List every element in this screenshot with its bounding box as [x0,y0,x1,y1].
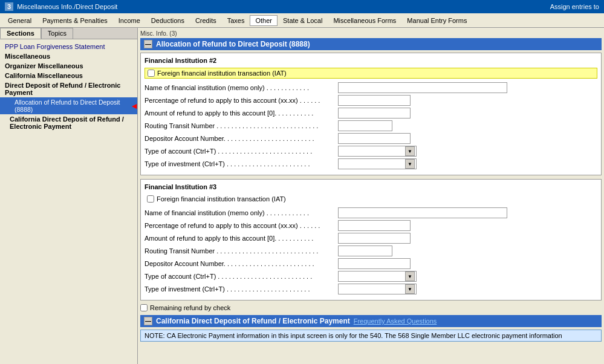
field-row-routing-2: Routing Transit Number . . . . . . . . .… [145,120,597,131]
bottom-collapse-button[interactable]: — [144,317,152,325]
field-row-accttype-3: Type of account (Ctrl+T) . . . . . . . .… [145,271,597,282]
field-row-pct-3: Percentage of refund to apply to this ac… [145,220,597,231]
menu-other[interactable]: Other [250,15,278,26]
note-bar: NOTE: CA Electronic Payment information … [140,330,602,342]
institution-2-header: Financial Institution #2 [145,57,597,64]
collapse-button[interactable]: — [144,40,152,48]
field-label-accttype-3: Type of account (Ctrl+T) . . . . . . . .… [145,273,338,280]
tab-sections[interactable]: Sections [0,28,41,39]
field-input-amt-2[interactable] [338,108,411,119]
remaining-row: Remaining refund by check [140,304,602,311]
select-invtype-2[interactable]: ▼ [338,158,417,169]
iat-checkbox-2[interactable] [148,70,155,77]
field-row-name-3: Name of financial institution (memo only… [145,207,597,218]
field-label-invtype-3: Type of investment (Ctrl+T) . . . . . . … [145,285,338,293]
sidebar: Sections Topics PPP Loan Forgiveness Sta… [0,28,138,364]
sidebar-item-ca-misc[interactable]: California Miscellaneous [0,71,137,80]
main-section-header: — Allocation of Refund to Direct Deposit… [140,38,602,50]
iat-checkbox-3[interactable] [147,195,154,203]
field-label-invtype-2: Type of investment (Ctrl+T) . . . . . . … [145,160,338,167]
field-label-acct-2: Depositor Account Number. . . . . . . . … [145,135,338,142]
institution-2-section: Financial Institution #2 Foreign financi… [140,53,602,175]
field-label-name-2: Name of financial institution (memo only… [145,84,338,91]
note-text: NOTE: CA Electronic Payment information … [145,332,562,339]
sidebar-tabs: Sections Topics [0,28,137,39]
dropdown-arrow-accttype-3[interactable]: ▼ [405,271,415,281]
dropdown-arrow-invtype-2[interactable]: ▼ [405,159,415,169]
field-label-name-3: Name of financial institution (memo only… [145,209,338,216]
menu-taxes[interactable]: Taxes [222,15,250,26]
field-label-acct-3: Depositor Account Number. . . . . . . . … [145,260,338,267]
sidebar-item-ca-direct[interactable]: California Direct Deposit of Refund / El… [0,114,137,131]
menu-misc-forms[interactable]: Miscellaneous Forms [328,15,401,26]
field-input-pct-2[interactable] [338,95,411,106]
bottom-section-header: — California Direct Deposit of Refund / … [140,315,602,327]
field-input-amt-3[interactable] [338,233,411,244]
institution-3-header: Financial Institution #3 [145,183,597,190]
remaining-label: Remaining refund by check [150,304,230,311]
field-row-routing-3: Routing Transit Number . . . . . . . . .… [145,245,597,256]
iat-label-3: Foreign financial institution transactio… [157,195,286,203]
menu-credits[interactable]: Credits [190,15,222,26]
main-layout: Sections Topics PPP Loan Forgiveness Sta… [0,28,604,364]
field-label-amt-2: Amount of refund to apply to this accoun… [145,109,338,117]
field-row-pct-2: Percentage of refund to apply to this ac… [145,95,597,106]
sidebar-item-ppp[interactable]: PPP Loan Forgiveness Statement [0,42,137,51]
field-input-routing-2[interactable] [338,120,392,131]
bottom-section-title: California Direct Deposit of Refund / El… [156,317,350,325]
field-label-pct-3: Percentage of refund to apply to this ac… [145,222,338,229]
title-number: 3 [5,2,13,11]
field-row-acct-2: Depositor Account Number. . . . . . . . … [145,133,597,144]
sidebar-item-direct-deposit[interactable]: Direct Deposit of Refund / Electronic Pa… [0,80,137,97]
menu-income[interactable]: Income [113,15,146,26]
content-area: Misc. Info. (3) — Allocation of Refund t… [138,28,604,364]
field-label-pct-2: Percentage of refund to apply to this ac… [145,97,338,104]
window-title: Miscellaneous Info./Direct Deposit [17,3,117,10]
field-row-name-2: Name of financial institution (memo only… [145,82,597,93]
section-title: Allocation of Refund to Direct Deposit (… [156,40,310,48]
field-row-amt-3: Amount of refund to apply to this accoun… [145,233,597,244]
assign-label: Assign entries to [550,3,599,10]
tab-topics[interactable]: Topics [41,28,73,39]
menu-deductions[interactable]: Deductions [146,15,190,26]
field-row-invtype-2: Type of investment (Ctrl+T) . . . . . . … [145,158,597,169]
active-nav-arrow: ◄ [130,101,138,111]
menu-bar: General Payments & Penalties Income Dedu… [0,13,604,28]
misc-info-label: Misc. Info. (3) [140,30,602,37]
field-row-amt-2: Amount of refund to apply to this accoun… [145,108,597,119]
select-invtype-3[interactable]: ▼ [338,284,417,294]
menu-payments[interactable]: Payments & Penalties [37,15,113,26]
iat-row-2: Foreign financial institution transactio… [145,68,597,79]
faq-link[interactable]: Frequently Asked Questions [354,317,437,325]
field-input-acct-2[interactable] [338,133,411,144]
institution-3-section: Financial Institution #3 Foreign financi… [140,179,602,301]
sidebar-item-organizer[interactable]: Organizer Miscellaneous [0,61,137,71]
field-input-name-2[interactable] [338,82,507,93]
dropdown-arrow-accttype-2[interactable]: ▼ [405,146,415,156]
select-accttype-3[interactable]: ▼ [338,271,417,282]
field-row-acct-3: Depositor Account Number. . . . . . . . … [145,258,597,269]
menu-state-local[interactable]: State & Local [278,15,328,26]
field-input-routing-3[interactable] [338,245,392,256]
remaining-checkbox[interactable] [140,304,148,311]
iat-row-3: Foreign financial institution transactio… [145,194,597,204]
field-label-amt-3: Amount of refund to apply to this accoun… [145,235,338,242]
sidebar-item-allocation-wrapper: Allocation of Refund to Direct Deposit (… [0,97,137,114]
field-row-accttype-2: Type of account (Ctrl+T) . . . . . . . .… [145,146,597,157]
field-label-routing-3: Routing Transit Number . . . . . . . . .… [145,247,338,255]
select-accttype-2[interactable]: ▼ [338,146,417,157]
field-input-pct-3[interactable] [338,220,411,231]
sidebar-item-allocation[interactable]: Allocation of Refund to Direct Deposit (… [0,97,137,114]
dropdown-arrow-invtype-3[interactable]: ▼ [405,284,415,294]
sidebar-item-misc[interactable]: Miscellaneous [0,51,137,61]
field-label-accttype-2: Type of account (Ctrl+T) . . . . . . . .… [145,148,338,155]
sidebar-items: PPP Loan Forgiveness Statement Miscellan… [0,39,137,134]
menu-general[interactable]: General [2,15,37,26]
field-input-name-3[interactable] [338,207,507,218]
title-bar: 3 Miscellaneous Info./Direct Deposit Ass… [0,0,604,13]
field-label-routing-2: Routing Transit Number . . . . . . . . .… [145,122,338,129]
iat-label-2: Foreign financial institution transactio… [157,70,287,77]
field-row-invtype-3: Type of investment (Ctrl+T) . . . . . . … [145,284,597,294]
menu-manual-entry[interactable]: Manual Entry Forms [401,15,472,26]
field-input-acct-3[interactable] [338,258,411,269]
